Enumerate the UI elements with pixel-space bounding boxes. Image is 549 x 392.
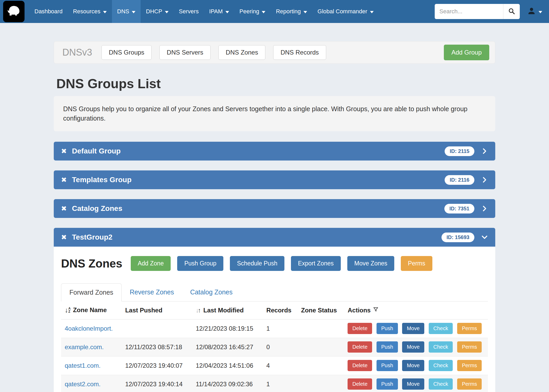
header-last-pushed[interactable]: Last Pushed [122,301,192,319]
dns-zones-panel: DNS Zones Add Zone Push Group Schedule P… [54,247,495,392]
group-bar-testgroup2[interactable]: ✖ TestGroup2 ID: 15693 [54,228,495,247]
group-id-badge: ID: 15693 [441,233,474,242]
remove-group-icon[interactable]: ✖ [61,234,67,241]
last-modified-cell: 12/21/2023 08:19:15 [192,319,263,338]
last-pushed-cell: 12/07/2023 19:40:14 [122,375,192,392]
delete-button[interactable]: Delete [348,360,372,371]
tab-forward-zones[interactable]: Forward Zones [61,283,122,301]
dns-groups-button[interactable]: DNS Groups [102,45,152,60]
header-zone-status[interactable]: Zone Status [297,301,344,319]
group-bar-default-group[interactable]: ✖ Default Group ID: 2115 [54,142,495,161]
dnsv3-label: DNSv3 [62,47,92,58]
last-modified-cell: 11/14/2023 09:02:36 [192,375,263,392]
tab-catalog-zones[interactable]: Catalog Zones [182,283,241,301]
remove-group-icon[interactable]: ✖ [61,205,67,212]
remove-group-icon[interactable]: ✖ [61,176,67,183]
records-cell: 1 [263,375,297,392]
check-button[interactable]: Check [429,341,453,353]
search-input[interactable] [435,4,503,19]
nav-global-commander[interactable]: Global Commander [312,0,379,23]
tab-reverse-zones[interactable]: Reverse Zones [122,283,182,301]
records-cell: 4 [263,356,297,375]
push-button[interactable]: Push [377,341,398,353]
group-name: Templates Group [72,176,132,184]
push-button[interactable]: Push [377,323,398,334]
dns-servers-button[interactable]: DNS Servers [159,45,211,60]
table-row: qatest2.com. 12/07/2023 19:40:14 11/14/2… [61,375,488,392]
move-button[interactable]: Move [402,360,424,371]
dns-records-button[interactable]: DNS Records [273,45,326,60]
push-button[interactable]: Push [377,378,398,390]
perms-button[interactable]: Perms [457,323,482,334]
group-bar-catalog-zones[interactable]: ✖ Catalog Zones ID: 7351 [54,199,495,218]
dns-toolbar: DNSv3 DNS Groups DNS Servers DNS Zones D… [54,41,495,64]
header-last-modified[interactable]: ↓↑ Last Modified [192,301,263,319]
nav-servers[interactable]: Servers [174,0,204,23]
check-button[interactable]: Check [429,378,453,390]
check-button[interactable]: Check [429,360,453,371]
delete-button[interactable]: Delete [348,323,372,334]
push-button[interactable]: Push [377,360,398,371]
zone-link[interactable]: 4oakcloneImport. [65,325,113,332]
chevron-down-icon [370,11,374,13]
delete-button[interactable]: Delete [348,378,372,390]
page-description: DNS Groups help you to organize all of y… [54,96,495,131]
move-button[interactable]: Move [402,323,424,334]
move-button[interactable]: Move [402,378,424,390]
chevron-down-icon [262,11,265,13]
header-records[interactable]: Records [263,301,297,319]
group-name: Default Group [72,147,121,155]
nav-dns[interactable]: DNS [112,0,141,23]
dns-zones-title: DNS Zones [61,257,122,270]
zone-link[interactable]: example.com. [65,343,104,351]
header-actions: Actions [344,301,488,319]
group-id-badge: ID: 7351 [444,204,474,213]
sort-alpha-icon[interactable]: ↓ AZ [65,307,71,313]
header-zone-name[interactable]: ↓ AZ Zone Name [61,301,122,319]
chevron-right-icon[interactable] [481,148,488,155]
move-button[interactable]: Move [402,341,424,353]
nav-reporting[interactable]: Reporting [271,0,312,23]
sort-icon[interactable]: ↓↑ [196,307,201,313]
main-navigation: Dashboard Resources DNS DHCP Servers IPA… [29,0,379,23]
schedule-push-button[interactable]: Schedule Push [230,256,284,271]
nav-resources[interactable]: Resources [68,0,112,23]
group-bar-templates-group[interactable]: ✖ Templates Group ID: 2116 [54,170,495,189]
dns-zones-button[interactable]: DNS Zones [218,45,265,60]
zone-link[interactable]: qatest1.com. [65,362,100,369]
table-row: qatest1.com. 12/07/2023 19:40:07 12/04/2… [61,356,488,375]
export-zones-button[interactable]: Export Zones [291,256,341,271]
chevron-right-icon[interactable] [481,205,488,212]
perms-button[interactable]: Perms [457,360,482,371]
perms-button[interactable]: Perms [457,341,482,353]
chevron-down-icon [103,11,107,13]
user-menu[interactable] [527,7,542,16]
search-icon [508,8,515,16]
chevron-right-icon[interactable] [481,176,488,183]
perms-button[interactable]: Perms [457,378,482,390]
push-group-button[interactable]: Push Group [177,256,223,271]
remove-group-icon[interactable]: ✖ [61,148,67,155]
perms-button[interactable]: Perms [401,256,432,271]
nav-peering[interactable]: Peering [234,0,271,23]
user-icon [527,7,536,16]
add-group-button[interactable]: Add Group [444,45,489,60]
check-button[interactable]: Check [429,323,453,334]
zones-table: ↓ AZ Zone Name Last Pushed [61,301,488,392]
chevron-down-icon [225,11,229,13]
group-name: Catalog Zones [72,204,122,213]
nav-ipam[interactable]: IPAM [204,0,234,23]
move-zones-button[interactable]: Move Zones [347,256,395,271]
search-button[interactable] [503,4,520,19]
zone-link[interactable]: qatest2.com. [65,381,100,388]
table-row: example.com. 12/11/2023 08:57:18 12/08/2… [61,338,488,356]
nav-dhcp[interactable]: DHCP [141,0,174,23]
delete-button[interactable]: Delete [348,341,372,353]
nav-dashboard[interactable]: Dashboard [29,0,68,23]
chevron-down-icon[interactable] [481,234,488,241]
add-zone-button[interactable]: Add Zone [131,256,171,271]
app-logo[interactable] [3,1,25,22]
filter-icon[interactable] [373,307,379,314]
last-pushed-cell: 12/11/2023 08:57:18 [122,338,192,356]
last-modified-cell: 12/04/2023 14:51:06 [192,356,263,375]
